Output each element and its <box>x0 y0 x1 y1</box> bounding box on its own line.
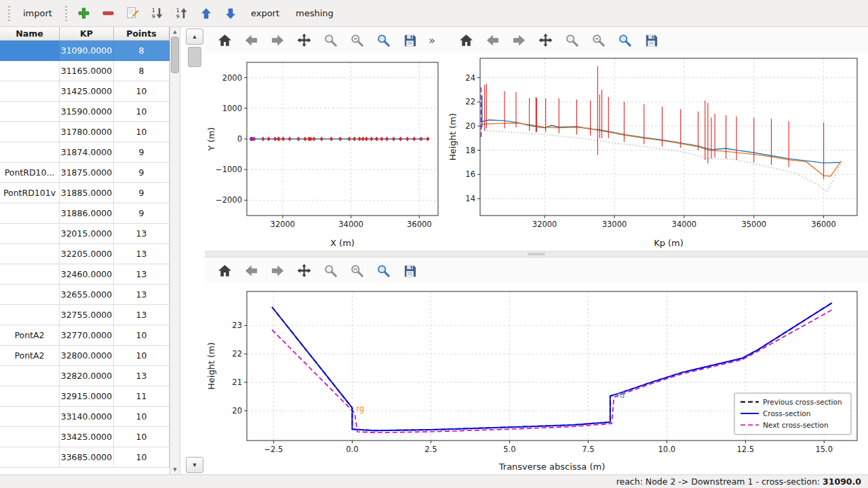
cell-points[interactable]: 13 <box>114 264 170 285</box>
back-button[interactable] <box>484 31 501 49</box>
scrollbar-up-arrow-icon[interactable]: ▲ <box>170 27 180 37</box>
cell-points[interactable]: 10 <box>114 325 170 346</box>
cell-name[interactable] <box>0 122 60 142</box>
forward-button[interactable] <box>269 31 286 49</box>
forward-button[interactable] <box>510 31 528 49</box>
cell-kp[interactable]: 32460.0000 <box>60 264 114 285</box>
cell-kp[interactable]: 33140.0000 <box>60 407 114 427</box>
customize-button[interactable] <box>374 262 392 279</box>
cell-name[interactable] <box>0 427 60 447</box>
table-row[interactable]: 33140.000010 <box>0 407 170 427</box>
cell-kp[interactable]: 32755.0000 <box>60 305 114 325</box>
table-row[interactable]: 32205.000013 <box>0 244 170 264</box>
move-up-button[interactable] <box>196 3 216 24</box>
cell-name[interactable] <box>0 41 60 61</box>
move-down-button[interactable] <box>220 3 241 24</box>
table-row[interactable]: 31874.00009 <box>0 142 170 163</box>
edit-cross-section-button[interactable] <box>123 3 143 24</box>
cell-points[interactable]: 10 <box>114 407 170 427</box>
cell-points[interactable]: 11 <box>114 386 170 407</box>
home-button[interactable] <box>216 262 233 279</box>
table-row[interactable]: 33685.000010 <box>0 447 170 468</box>
remove-cross-section-button[interactable] <box>98 3 119 24</box>
cell-points[interactable]: 9 <box>114 142 170 163</box>
table-row[interactable]: PontRD10...31875.00009 <box>0 163 170 183</box>
cell-points[interactable]: 10 <box>114 122 170 142</box>
cell-points[interactable]: 8 <box>114 41 170 61</box>
pan-button[interactable] <box>536 31 554 49</box>
meshing-button[interactable]: meshing <box>290 5 340 22</box>
toolbar-overflow-chevron[interactable]: » <box>429 34 435 47</box>
table-row[interactable]: 31590.000010 <box>0 102 170 122</box>
cell-name[interactable]: PontA2 <box>0 325 60 346</box>
cell-kp[interactable]: 31885.0000 <box>60 183 114 203</box>
cell-kp[interactable]: 31875.0000 <box>60 163 114 183</box>
column-header-name[interactable]: Name <box>0 27 60 41</box>
subplots-button[interactable] <box>348 262 366 279</box>
customize-button[interactable] <box>616 31 633 49</box>
export-button[interactable]: export <box>245 5 285 22</box>
save-button[interactable] <box>642 31 660 49</box>
cell-kp[interactable]: 31780.0000 <box>60 122 114 142</box>
cell-kp[interactable]: 31090.0000 <box>60 41 114 61</box>
cell-points[interactable]: 9 <box>114 203 170 224</box>
cell-name[interactable] <box>0 81 60 102</box>
longitudinal-profile-chart[interactable]: 3200033000340003500036000141618202224Kp … <box>446 53 868 251</box>
cell-kp[interactable]: 32205.0000 <box>60 244 114 264</box>
cell-name[interactable]: PontA2 <box>0 346 60 366</box>
cell-points[interactable]: 13 <box>114 366 170 386</box>
cell-points[interactable]: 9 <box>114 183 170 203</box>
table-scrollbar[interactable]: ▲ ▼ <box>170 27 180 474</box>
cell-name[interactable] <box>0 102 60 122</box>
back-button[interactable] <box>242 31 260 49</box>
table-row[interactable]: 32820.000013 <box>0 366 170 386</box>
table-row[interactable]: 31886.00009 <box>0 203 170 224</box>
cell-name[interactable] <box>0 244 60 264</box>
table-row[interactable]: 31425.000010 <box>0 81 170 102</box>
table-row[interactable]: 31780.000010 <box>0 122 170 142</box>
cell-name[interactable] <box>0 264 60 285</box>
table-row[interactable]: 32015.000013 <box>0 224 170 244</box>
cell-kp[interactable]: 32820.0000 <box>60 366 114 386</box>
cell-points[interactable]: 10 <box>114 102 170 122</box>
pan-button[interactable] <box>295 31 313 49</box>
cell-kp[interactable]: 32915.0000 <box>60 386 114 407</box>
subplots-button[interactable] <box>589 31 607 49</box>
cell-name[interactable] <box>0 142 60 163</box>
cell-points[interactable]: 9 <box>114 163 170 183</box>
cell-points[interactable]: 10 <box>114 427 170 447</box>
cell-points[interactable]: 13 <box>114 305 170 325</box>
table-row[interactable]: 32655.000013 <box>0 285 170 305</box>
cell-name[interactable] <box>0 285 60 305</box>
panel-scroll-down-button[interactable]: ▼ <box>186 457 203 473</box>
cell-kp[interactable]: 32655.0000 <box>60 285 114 305</box>
home-button[interactable] <box>457 31 475 49</box>
cell-kp[interactable]: 32770.0000 <box>60 325 114 346</box>
column-header-kp[interactable]: KP <box>60 27 114 41</box>
cell-points[interactable]: 13 <box>114 285 170 305</box>
cell-name[interactable] <box>0 203 60 224</box>
cell-name[interactable] <box>0 61 60 81</box>
table-row[interactable]: PontA232800.000010 <box>0 346 170 366</box>
cell-name[interactable] <box>0 447 60 468</box>
panel-scroll-up-button[interactable]: ▲ <box>186 28 203 45</box>
cell-kp[interactable]: 32015.0000 <box>60 224 114 244</box>
table-row[interactable]: 32460.000013 <box>0 264 170 285</box>
subplots-button[interactable] <box>348 31 366 49</box>
panel-scrollbar-thumb[interactable] <box>188 47 201 67</box>
save-button[interactable] <box>401 31 418 49</box>
cell-kp[interactable]: 33425.0000 <box>60 427 114 447</box>
table-row[interactable]: PontRD101v31885.00009 <box>0 183 170 203</box>
table-row[interactable]: 31165.00008 <box>0 61 170 81</box>
home-button[interactable] <box>216 31 233 49</box>
table-row[interactable]: 33425.000010 <box>0 427 170 447</box>
cell-kp[interactable]: 31165.0000 <box>60 61 114 81</box>
cell-points[interactable]: 13 <box>114 244 170 264</box>
cell-kp[interactable]: 31590.0000 <box>60 102 114 122</box>
add-cross-section-button[interactable] <box>74 3 94 24</box>
cell-name[interactable]: PontRD10... <box>0 163 60 183</box>
plan-view-chart[interactable]: 320003400036000−2000−1000010002000X (m)Y… <box>205 53 446 251</box>
forward-button[interactable] <box>269 262 286 279</box>
zoom-button[interactable] <box>321 31 339 49</box>
cell-points[interactable]: 10 <box>114 81 170 102</box>
